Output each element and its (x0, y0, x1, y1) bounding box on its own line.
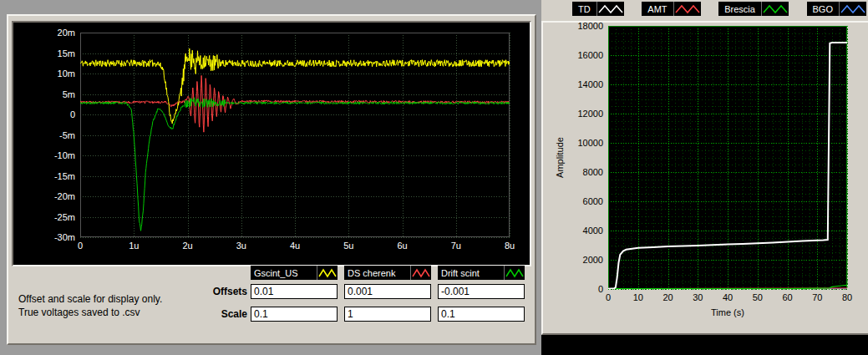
note-line-1: Offset and scale for display only. (18, 292, 211, 306)
svg-text:3u: 3u (236, 241, 246, 251)
svg-text:30: 30 (693, 292, 703, 302)
svg-text:50: 50 (753, 292, 763, 302)
legend-label: Brescia (718, 2, 762, 16)
scale-row (251, 307, 525, 322)
legend-item-drift-scint[interactable]: Drift scint (438, 266, 525, 280)
svg-text:40: 40 (723, 292, 733, 302)
svg-text:10m: 10m (58, 68, 75, 79)
waveform-icon (505, 266, 525, 280)
waveform-icon (674, 2, 701, 16)
svg-text:80: 80 (842, 292, 852, 302)
scale-input-3[interactable] (438, 307, 525, 322)
svg-text:4000: 4000 (583, 226, 603, 236)
legend-item-bgo[interactable]: BGO (807, 2, 866, 16)
svg-text:8u: 8u (505, 241, 515, 251)
svg-text:70: 70 (812, 292, 822, 302)
svg-text:5u: 5u (343, 241, 353, 251)
legend-item-td[interactable]: TD (572, 2, 624, 16)
svg-text:-30m: -30m (54, 232, 75, 242)
monitor-legend: TDAMTBresciaBGO (572, 2, 866, 16)
svg-text:-20m: -20m (54, 191, 75, 201)
waveform-icon (317, 266, 338, 280)
svg-text:4u: 4u (290, 241, 300, 251)
legend-label: Gscint_US (251, 266, 317, 280)
app-window: 20m15m10m5m0-5m-10m-15m-20m-25m-30m01u2u… (0, 0, 868, 355)
svg-text:2000: 2000 (583, 255, 603, 265)
offset-input-1[interactable] (251, 284, 338, 299)
waveform-icon (597, 2, 624, 16)
svg-text:2u: 2u (182, 241, 192, 251)
note-line-2: True voltages saved to .csv (18, 306, 211, 319)
note-text: Offset and scale for display only. True … (18, 292, 211, 319)
svg-text:20m: 20m (58, 28, 75, 38)
svg-text:Amplitude: Amplitude (555, 137, 565, 178)
waveform-icon (840, 2, 866, 16)
svg-text:-25m: -25m (54, 212, 75, 222)
svg-text:-15m: -15m (54, 171, 75, 181)
svg-text:14000: 14000 (577, 79, 603, 89)
legend-item-ds-cherenk[interactable]: DS cherenk (344, 266, 431, 280)
svg-text:6u: 6u (397, 241, 407, 251)
offset-input-3[interactable] (438, 284, 525, 299)
svg-text:8000: 8000 (583, 167, 603, 177)
svg-text:20: 20 (662, 292, 673, 302)
waveform-graph-canvas[interactable]: 20m15m10m5m0-5m-10m-15m-20m-25m-30m01u2u… (13, 23, 526, 261)
svg-text:Time (s): Time (s) (711, 307, 744, 317)
svg-text:0: 0 (78, 241, 83, 251)
legend-label: DS cherenk (344, 266, 411, 280)
amplitude-graph[interactable]: 0200040006000800010000120001400016000180… (543, 23, 865, 330)
svg-text:60: 60 (782, 292, 792, 302)
svg-text:-5m: -5m (59, 130, 75, 140)
svg-text:-10m: -10m (54, 150, 75, 160)
monitor-panel: 0200040006000800010000120001400016000180… (541, 21, 868, 335)
svg-text:16000: 16000 (577, 50, 603, 60)
svg-text:6000: 6000 (583, 196, 603, 206)
legend-item-amt[interactable]: AMT (642, 2, 700, 16)
scope-panel: 20m15m10m5m0-5m-10m-15m-20m-25m-30m01u2u… (7, 14, 536, 345)
offsets-row (251, 284, 525, 299)
legend-item-gscint-us[interactable]: Gscint_US (251, 266, 338, 280)
legend-label: TD (572, 2, 597, 16)
waveform-icon (411, 266, 431, 280)
scale-input-1[interactable] (251, 307, 338, 322)
legend-item-brescia[interactable]: Brescia (718, 2, 789, 16)
waveform-legend: Gscint_USDS cherenkDrift scint (251, 266, 525, 280)
scale-input-2[interactable] (344, 307, 431, 322)
svg-text:0: 0 (606, 292, 611, 302)
legend-label: AMT (642, 2, 673, 16)
offset-input-2[interactable] (344, 284, 431, 299)
svg-text:18000: 18000 (577, 23, 603, 31)
svg-text:10000: 10000 (577, 138, 603, 148)
svg-text:10: 10 (633, 292, 643, 302)
waveform-icon (762, 2, 789, 16)
svg-text:7u: 7u (451, 241, 461, 251)
svg-text:15m: 15m (58, 48, 75, 58)
svg-text:0: 0 (598, 284, 603, 294)
svg-text:5m: 5m (63, 89, 75, 99)
legend-label: Drift scint (438, 266, 505, 280)
svg-text:12000: 12000 (577, 109, 603, 119)
waveform-graph[interactable]: 20m15m10m5m0-5m-10m-15m-20m-25m-30m01u2u… (12, 21, 531, 266)
legend-label: BGO (807, 2, 840, 16)
svg-text:1u: 1u (129, 241, 139, 251)
svg-text:0: 0 (70, 109, 75, 119)
